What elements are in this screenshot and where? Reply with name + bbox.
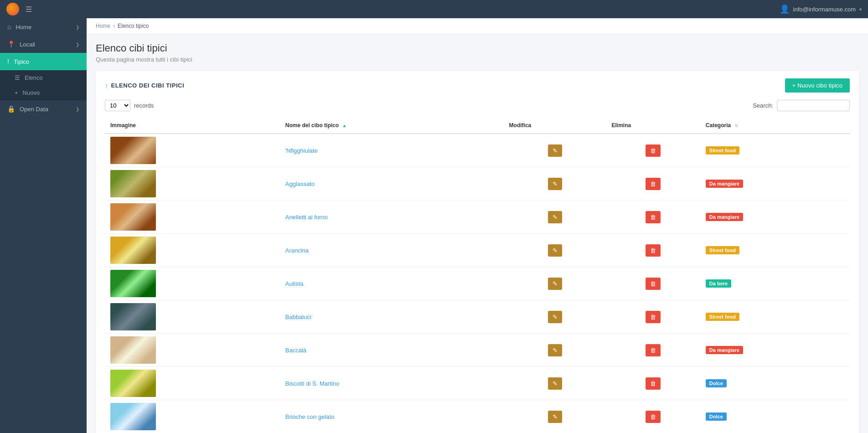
table-row: Baccalà ✎ 🗑 Da mangiare: [105, 334, 850, 367]
sidebar-item-locali-label: Locali: [20, 41, 35, 48]
food-table: Immagine Nome del cibo tipico ▲ Modifica…: [105, 118, 850, 433]
delete-button-6[interactable]: 🗑: [646, 344, 661, 356]
page-subtitle: Questa pagina mostra tutti i cibi tipici: [96, 56, 859, 63]
search-right: Search:: [753, 100, 850, 111]
tipico-icon: !: [7, 58, 9, 65]
edit-button-1[interactable]: ✎: [548, 178, 562, 190]
user-dropdown-arrow[interactable]: ▾: [859, 7, 862, 12]
locali-icon: 📍: [7, 41, 15, 48]
opendata-icon: 🔒: [7, 105, 15, 113]
delete-button-2[interactable]: 🗑: [646, 211, 661, 223]
delete-button-1[interactable]: 🗑: [646, 178, 661, 190]
cell-image-3: [105, 234, 280, 267]
food-image-6: [110, 336, 156, 364]
cell-categoria-0: Street food: [700, 134, 850, 167]
table-header-row: Immagine Nome del cibo tipico ▲ Modifica…: [105, 118, 850, 134]
sidebar-item-tipico-left: ! Tipico: [7, 58, 29, 65]
table-row: Babbaluci ✎ 🗑 Street food: [105, 300, 850, 334]
hamburger-menu[interactable]: ☰: [26, 5, 32, 14]
categoria-badge-4: Da bere: [706, 279, 731, 288]
edit-button-0[interactable]: ✎: [548, 144, 562, 157]
cell-name-5: Babbaluci: [280, 300, 504, 334]
sort-categoria-icon: ⇅: [734, 123, 738, 128]
table-row: Biscotti di S. Martino ✎ 🗑 Dolce: [105, 367, 850, 400]
content-area: Home › Elenco tipico Elenco cibi tipici …: [87, 18, 868, 433]
cell-edit-2: ✎: [504, 201, 606, 234]
top-navigation: ☰ 👤 info@informamuse.com ▾: [0, 0, 868, 18]
sidebar-item-home-label: Home: [16, 24, 31, 31]
table-row: Agglassato ✎ 🗑 Da mangiare: [105, 167, 850, 201]
cell-edit-8: ✎: [504, 400, 606, 433]
food-image-0: [110, 137, 156, 164]
cell-categoria-7: Dolce: [700, 367, 850, 400]
sidebar-sub-menu: ☰ Elenco + Nuovo: [0, 70, 87, 100]
controls-row: 10 25 50 100 records Search:: [105, 100, 850, 111]
table-wrap: Immagine Nome del cibo tipico ▲ Modifica…: [105, 118, 850, 433]
search-label: Search:: [753, 102, 773, 109]
categoria-badge-6: Da mangiare: [706, 346, 743, 354]
sidebar-opendata-arrow: ❯: [76, 107, 79, 112]
sidebar-item-tipico[interactable]: ! Tipico ❮: [0, 53, 87, 70]
food-image-2: [110, 203, 156, 231]
edit-button-5[interactable]: ✎: [548, 311, 562, 323]
cell-categoria-2: Da mangiare: [700, 201, 850, 234]
breadcrumb-home[interactable]: Home: [96, 23, 110, 29]
edit-button-6[interactable]: ✎: [548, 344, 562, 356]
elenco-icon: ☰: [15, 74, 20, 81]
delete-button-3[interactable]: 🗑: [646, 244, 661, 257]
sidebar-item-home[interactable]: ⌂ Home ❯: [0, 18, 87, 36]
cell-edit-4: ✎: [504, 267, 606, 300]
user-email: info@informamuse.com: [793, 6, 856, 13]
edit-button-8[interactable]: ✎: [548, 411, 562, 423]
page-title: Elenco cibi tipici: [96, 42, 859, 54]
sidebar-item-tipico-label: Tipico: [14, 58, 29, 65]
food-image-4: [110, 270, 156, 297]
cell-name-1: Agglassato: [280, 167, 504, 201]
cell-name-2: Anelletti al forno: [280, 201, 504, 234]
new-food-button[interactable]: + Nuovo cibo tipico: [785, 78, 850, 93]
sidebar-sub-elenco[interactable]: ☰ Elenco: [0, 70, 87, 85]
section-title: ↑ ELENCO DEI CIBI TIPICI: [105, 82, 184, 89]
edit-button-4[interactable]: ✎: [548, 278, 562, 290]
edit-button-2[interactable]: ✎: [548, 211, 562, 223]
sidebar-sub-nuovo-label: Nuovo: [23, 89, 40, 96]
edit-button-3[interactable]: ✎: [548, 244, 562, 257]
cell-image-4: [105, 267, 280, 300]
cell-image-1: [105, 167, 280, 201]
cell-name-0: 'Nfigghiulate: [280, 134, 504, 167]
col-categoria[interactable]: Categoria ⇅: [700, 118, 850, 134]
main-card: ↑ ELENCO DEI CIBI TIPICI + Nuovo cibo ti…: [96, 71, 859, 433]
cell-delete-3: 🗑: [606, 234, 700, 267]
sidebar-item-opendata[interactable]: 🔒 Open Data ❯: [0, 100, 87, 118]
sidebar-sub-nuovo[interactable]: + Nuovo: [0, 85, 87, 100]
sidebar-item-locali-left: 📍 Locali: [7, 41, 35, 48]
sidebar-tipico-arrow: ❮: [76, 59, 79, 64]
records-per-page-select[interactable]: 10 25 50 100: [105, 100, 130, 111]
edit-button-7[interactable]: ✎: [548, 377, 562, 390]
delete-button-7[interactable]: 🗑: [646, 377, 661, 390]
categoria-badge-8: Dolce: [706, 412, 727, 421]
table-row: 'Nfigghiulate ✎ 🗑 Street food: [105, 134, 850, 167]
food-image-7: [110, 370, 156, 397]
food-image-1: [110, 170, 156, 197]
cell-edit-0: ✎: [504, 134, 606, 167]
search-input[interactable]: [777, 100, 850, 111]
col-elimina: Elimina: [606, 118, 700, 134]
delete-button-5[interactable]: 🗑: [646, 311, 661, 323]
delete-button-0[interactable]: 🗑: [646, 144, 661, 157]
cell-image-8: [105, 400, 280, 433]
col-modifica: Modifica: [504, 118, 606, 134]
cell-categoria-1: Da mangiare: [700, 167, 850, 201]
categoria-badge-7: Dolce: [706, 379, 727, 387]
col-nome[interactable]: Nome del cibo tipico ▲: [280, 118, 504, 134]
sidebar-item-locali[interactable]: 📍 Locali ❯: [0, 36, 87, 53]
cell-categoria-3: Street food: [700, 234, 850, 267]
cell-image-2: [105, 201, 280, 234]
cell-image-6: [105, 334, 280, 367]
cell-categoria-5: Street food: [700, 300, 850, 334]
breadcrumb: Home › Elenco tipico: [87, 18, 868, 34]
cell-edit-1: ✎: [504, 167, 606, 201]
delete-button-4[interactable]: 🗑: [646, 278, 661, 290]
cell-image-7: [105, 367, 280, 400]
delete-button-8[interactable]: 🗑: [646, 411, 661, 423]
